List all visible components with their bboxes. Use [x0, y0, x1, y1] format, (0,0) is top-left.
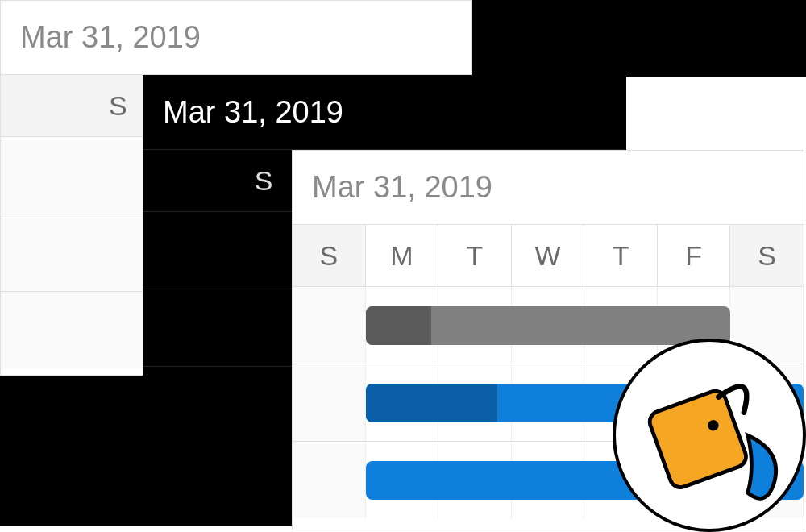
- paint-bucket-icon[interactable]: [613, 339, 806, 532]
- weekday-cell[interactable]: F: [658, 225, 731, 286]
- weekday-cell[interactable]: S: [293, 225, 366, 286]
- grid-cell: [293, 364, 366, 441]
- date-title: Mar 31, 2019: [293, 151, 804, 225]
- weekday-cell[interactable]: T: [584, 225, 658, 286]
- paint-bucket-svg: [633, 359, 786, 512]
- weekday-header: SMTWTFS: [293, 225, 804, 286]
- svg-rect-0: [646, 388, 749, 490]
- date-title: Mar 31, 2019: [1, 1, 471, 75]
- gantt-bar[interactable]: [366, 306, 731, 345]
- weekday-cell[interactable]: M: [366, 225, 439, 286]
- background-black-block-tr: [472, 0, 806, 77]
- gantt-bar-progress: [366, 384, 497, 422]
- weekday-cell[interactable]: S: [730, 225, 804, 286]
- date-title: Mar 31, 2019: [143, 76, 625, 150]
- gantt-stack-stage: Mar 31, 2019 SM Mar 31, 2019 SM Mar 31, …: [0, 0, 806, 532]
- weekday-cell[interactable]: W: [512, 225, 585, 286]
- background-black-block-bl: [0, 372, 143, 526]
- weekday-cell[interactable]: T: [438, 225, 512, 286]
- gantt-bar-progress: [366, 306, 431, 345]
- grid-cell: [293, 287, 366, 364]
- grid-cell: [293, 442, 366, 518]
